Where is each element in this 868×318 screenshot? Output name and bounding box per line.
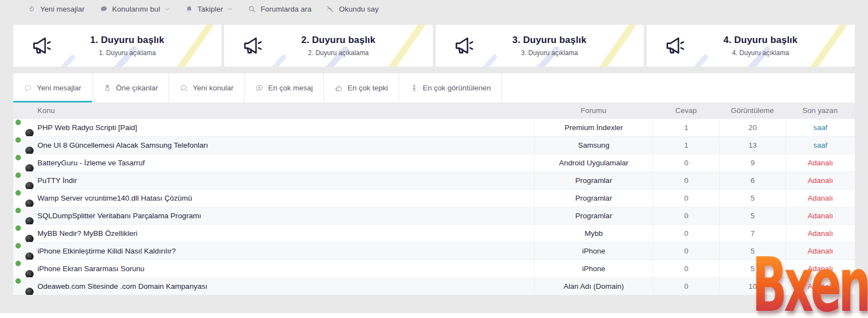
latest-posts-panel: Yeni mesajlar Öne çıkanlar Yeni konular … [13, 73, 855, 295]
avatar[interactable] [17, 279, 31, 294]
topic-title-link[interactable]: SQLDumpSplitter Veritabanı Parçalama Pro… [37, 212, 201, 220]
secondary-avatar [25, 200, 34, 207]
view-count: 7 [719, 225, 785, 242]
avatar[interactable] [17, 227, 31, 241]
tab[interactable]: En çok tepki [324, 73, 399, 103]
forum-link[interactable]: Samsung [534, 137, 653, 154]
tab[interactable]: En çok mesaj [245, 73, 324, 103]
view-count: 5 [719, 242, 785, 260]
toolbar-item-search[interactable]: Forumlarda ara [248, 5, 311, 13]
toolbar-item-icon [185, 5, 193, 13]
online-indicator [15, 261, 21, 266]
table-row[interactable]: MyBB Nedir? MyBB Özellikleri Mybb 0 7 Ad… [13, 224, 855, 242]
avatar[interactable] [17, 156, 31, 170]
tab-label: En çok tepki [348, 84, 388, 92]
announcement-card-2[interactable]: 2. Duyuru başlık 2. Duyuru açıkalama [224, 25, 432, 67]
secondary-avatar [25, 235, 34, 242]
forum-link[interactable]: Mybb [534, 225, 653, 242]
forum-link[interactable]: Premium İndexler [534, 119, 653, 136]
avatar[interactable] [17, 262, 31, 276]
topic-cell: MyBB Nedir? MyBB Özellikleri [13, 225, 534, 242]
last-poster-link[interactable]: Adanalı [808, 265, 833, 273]
last-poster-link[interactable]: saaf [813, 123, 828, 132]
view-count: 20 [719, 119, 785, 136]
toolbar-item-label: Forumlarda ara [261, 5, 311, 13]
forum-link[interactable]: Programlar [534, 172, 653, 189]
forum-link[interactable]: iPhone [534, 242, 653, 260]
avatar[interactable] [17, 121, 31, 135]
secondary-avatar [25, 252, 34, 260]
online-indicator [15, 190, 21, 196]
last-poster-link[interactable]: Adanalı [808, 212, 833, 220]
table-body: PHP Web Radyo Scripti [Paid] Premium İnd… [13, 118, 855, 295]
tab[interactable]: En çok görüntülenen [399, 73, 502, 103]
avatar[interactable] [17, 191, 31, 206]
tab-icon [410, 84, 419, 93]
last-poster-link[interactable]: Adanalı [808, 282, 833, 290]
toolbar-item-label: Yeni mesajlar [40, 5, 85, 13]
reply-count: 1 [653, 137, 719, 154]
forum-link[interactable]: Alan Adı (Domain) [534, 278, 653, 295]
last-poster-link[interactable]: Adanalı [808, 247, 833, 255]
secondary-avatar [25, 217, 34, 225]
toolbar-item-eye-slash[interactable]: Okundu say [326, 5, 378, 13]
table-row[interactable]: PuTTY İndir Programlar 0 6 Adanalı [13, 171, 855, 189]
table-row[interactable]: One UI 8 Güncellemesi Alacak Samsung Tel… [13, 136, 855, 154]
last-poster-link[interactable]: Adanalı [808, 194, 833, 202]
last-poster-link[interactable]: Adanalı [808, 229, 833, 238]
megaphone-icon [664, 35, 686, 57]
avatar[interactable] [17, 174, 31, 188]
table-row[interactable]: PHP Web Radyo Scripti [Paid] Premium İnd… [13, 118, 855, 136]
tab[interactable]: Yeni konular [169, 73, 245, 103]
column-header-topic: Konu [13, 106, 534, 115]
forum-link[interactable]: Android Uygulamalar [534, 154, 653, 171]
online-indicator [15, 120, 21, 125]
topic-title-link[interactable]: BatteryGuru - İzleme ve Tasarruf [37, 159, 145, 167]
topic-title-link[interactable]: iPhone Etkinleştirme Kilidi Nasıl Kaldır… [37, 247, 176, 255]
topic-cell: Wamp Server vcruntime140.dll Hatası Çözü… [13, 190, 534, 207]
announcement-text: 3. Duyuru başlık 3. Duyuru açıklama [475, 35, 644, 57]
online-indicator [15, 208, 21, 213]
online-indicator [15, 137, 21, 143]
last-poster-link[interactable]: Adanalı [808, 176, 833, 185]
toolbar-item-icon [28, 5, 36, 13]
avatar[interactable] [17, 209, 31, 223]
toolbar-item-bell[interactable]: Takipler [185, 5, 234, 13]
toolbar-item-comment[interactable]: Konularımı bul [100, 5, 170, 13]
topic-title-link[interactable]: One UI 8 Güncellemesi Alacak Samsung Tel… [37, 141, 208, 149]
tab-icon [180, 84, 188, 93]
topic-title-link[interactable]: Odeaweb.com Sitesinde .com Domain Kampan… [37, 282, 207, 290]
tab[interactable]: Öne çıkanlar [93, 73, 170, 103]
announcement-card-4[interactable]: 4. Duyuru başlık 4. Duyuru açıklama [647, 25, 855, 67]
forum-link[interactable]: Programlar [534, 190, 653, 207]
topic-title-link[interactable]: Wamp Server vcruntime140.dll Hatası Çözü… [37, 194, 192, 202]
last-poster-link[interactable]: saaf [813, 141, 828, 149]
topic-title-link[interactable]: PuTTY İndir [37, 176, 77, 185]
topic-title-link[interactable]: iPhone Ekran Sararması Sorunu [37, 265, 144, 273]
topic-title-link[interactable]: MyBB Nedir? MyBB Özellikleri [37, 229, 138, 238]
topic-title-link[interactable]: PHP Web Radyo Scripti [Paid] [37, 123, 137, 132]
avatar[interactable] [17, 138, 31, 153]
forum-link[interactable]: Programlar [534, 207, 653, 224]
table-row[interactable]: BatteryGuru - İzleme ve Tasarruf Android… [13, 154, 855, 171]
column-header-forum: Forumu [534, 106, 653, 115]
column-header-last-poster: Son yazan [785, 106, 855, 115]
column-header-replies: Cevap [653, 106, 719, 115]
secondary-avatar [25, 288, 34, 295]
online-indicator [15, 243, 21, 249]
forum-link[interactable]: iPhone [534, 260, 653, 277]
table-row[interactable]: iPhone Ekran Sararması Sorunu iPhone 0 5… [13, 260, 855, 277]
table-row[interactable]: Wamp Server vcruntime140.dll Hatası Çözü… [13, 189, 855, 207]
last-poster-link[interactable]: Adanalı [808, 159, 833, 167]
table-row[interactable]: SQLDumpSplitter Veritabanı Parçalama Pro… [13, 207, 855, 224]
announcement-card-1[interactable]: 1. Duyuru başlık 1. Duyuru açıklama [13, 25, 221, 67]
toolbar-item-flame[interactable]: Yeni mesajlar [28, 5, 85, 13]
avatar[interactable] [17, 244, 31, 258]
table-row[interactable]: iPhone Etkinleştirme Kilidi Nasıl Kaldır… [13, 242, 855, 260]
reply-count: 0 [653, 225, 719, 242]
view-count: 5 [719, 207, 785, 224]
announcement-card-3[interactable]: 3. Duyuru başlık 3. Duyuru açıklama [436, 25, 644, 67]
topic-cell: PuTTY İndir [13, 172, 534, 189]
tab[interactable]: Yeni mesajlar [13, 73, 93, 103]
table-row[interactable]: Odeaweb.com Sitesinde .com Domain Kampan… [13, 277, 855, 295]
